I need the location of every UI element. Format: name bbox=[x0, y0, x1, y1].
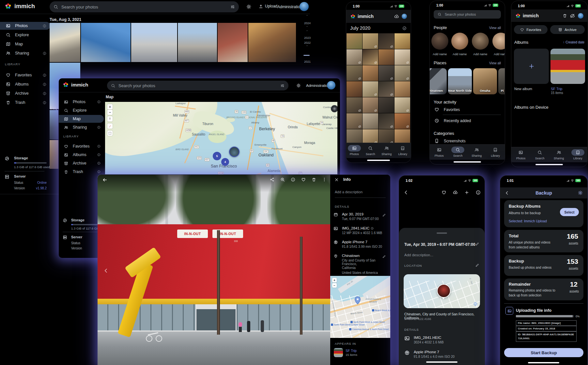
photo-tile[interactable] bbox=[363, 49, 378, 65]
edit-date-icon[interactable] bbox=[382, 213, 386, 217]
cloud-off-icon[interactable] bbox=[570, 13, 575, 18]
add-name-label[interactable]: Add name bbox=[492, 52, 505, 56]
person-avatar[interactable] bbox=[492, 33, 505, 50]
sidebar-item-map[interactable]: Map bbox=[0, 40, 50, 48]
sidebar-item-explore[interactable]: Explore bbox=[59, 106, 104, 114]
favorites-row[interactable]: Favorites bbox=[434, 107, 460, 112]
sort-created-date[interactable]: ↑Created date bbox=[563, 40, 584, 44]
favorite-icon[interactable] bbox=[441, 190, 446, 195]
app-logo[interactable]: immich bbox=[63, 82, 88, 88]
sidebar-item-archive[interactable]: Archive bbox=[59, 159, 104, 167]
new-album-card[interactable] bbox=[514, 49, 549, 84]
photo-tile[interactable] bbox=[347, 65, 362, 81]
sidebar-item-sharing[interactable]: Sharing bbox=[59, 123, 104, 131]
place-tile[interactable]: Pi bbox=[498, 68, 505, 94]
user-avatar[interactable] bbox=[300, 2, 309, 11]
person-avatar[interactable] bbox=[431, 33, 448, 50]
person-avatar[interactable] bbox=[451, 33, 468, 50]
sidebar-item-photos[interactable]: Photos bbox=[59, 98, 104, 106]
user-avatar[interactable] bbox=[578, 13, 583, 19]
location-map[interactable]: d - San bbox=[404, 274, 480, 308]
photo-tile[interactable] bbox=[395, 33, 410, 49]
screenshots-row[interactable]: Screenshots bbox=[434, 138, 466, 143]
map-draw-button[interactable] bbox=[107, 123, 113, 129]
theme-toggle-icon[interactable] bbox=[246, 4, 251, 9]
info-icon[interactable] bbox=[97, 126, 101, 129]
theme-toggle-icon[interactable] bbox=[296, 83, 301, 88]
sidebar-item-trash[interactable]: Trash bbox=[59, 168, 104, 176]
map-compass-button[interactable] bbox=[107, 116, 113, 121]
info-icon[interactable] bbox=[291, 177, 295, 182]
back-chevron-icon[interactable] bbox=[404, 190, 409, 195]
add-description-field[interactable]: Add a description bbox=[335, 190, 363, 194]
nav-search[interactable]: Search bbox=[449, 145, 468, 160]
info-icon[interactable] bbox=[97, 153, 101, 156]
photo-tile[interactable] bbox=[395, 49, 410, 65]
photo-tile[interactable] bbox=[347, 81, 362, 97]
info-icon[interactable] bbox=[97, 145, 101, 148]
photo-thumbnail[interactable] bbox=[131, 23, 177, 62]
nav-search[interactable]: Search bbox=[363, 143, 379, 158]
photo-tile[interactable] bbox=[395, 129, 410, 144]
info-icon[interactable] bbox=[43, 83, 46, 86]
photo-thumbnail[interactable] bbox=[50, 110, 58, 139]
search-bar[interactable] bbox=[50, 1, 239, 12]
photo-tile[interactable] bbox=[363, 65, 378, 81]
search-input[interactable] bbox=[118, 83, 278, 88]
administration-link[interactable]: Administration bbox=[277, 5, 302, 9]
photo-tile[interactable] bbox=[363, 81, 378, 97]
nav-photos[interactable]: Photos bbox=[346, 143, 363, 158]
edit-date-icon[interactable] bbox=[475, 242, 479, 246]
info-icon[interactable] bbox=[97, 162, 101, 165]
back-icon[interactable] bbox=[102, 177, 107, 182]
add-name-label[interactable]: Add name bbox=[472, 52, 489, 56]
info-icon[interactable] bbox=[371, 227, 374, 230]
photo-thumbnail[interactable] bbox=[218, 23, 248, 62]
photo-tile[interactable] bbox=[379, 97, 394, 113]
user-avatar[interactable] bbox=[327, 81, 335, 89]
map-cluster-marker[interactable]: 5 bbox=[213, 152, 221, 160]
people-view-all[interactable]: View all bbox=[489, 26, 501, 30]
person-avatar[interactable] bbox=[472, 33, 489, 50]
map-cluster-marker[interactable]: 4 bbox=[221, 158, 229, 166]
add-name-label[interactable]: Add name bbox=[431, 52, 448, 56]
favorites-button[interactable]: Favorites bbox=[514, 25, 548, 34]
map-zoom-in-button[interactable]: + bbox=[332, 278, 337, 282]
photo-tile[interactable] bbox=[347, 33, 362, 49]
home-indicator[interactable] bbox=[367, 160, 390, 161]
map-photo-marker[interactable] bbox=[229, 147, 240, 157]
place-tile[interactable]: Omaha bbox=[473, 68, 497, 94]
user-avatar[interactable] bbox=[402, 14, 407, 19]
map-settings-button[interactable] bbox=[331, 105, 337, 112]
filter-sliders-icon[interactable] bbox=[280, 84, 285, 88]
trash-icon[interactable] bbox=[563, 13, 567, 18]
photo-tile[interactable] bbox=[395, 97, 410, 113]
administration-link[interactable]: Administration bbox=[306, 84, 330, 87]
filter-sliders-icon[interactable] bbox=[230, 5, 235, 9]
map-fullscreen-button[interactable] bbox=[107, 131, 113, 136]
sheet-drag-handle[interactable] bbox=[437, 232, 447, 234]
info-icon[interactable] bbox=[97, 100, 101, 103]
favorite-icon[interactable] bbox=[301, 177, 306, 182]
cloud-sync-icon[interactable] bbox=[394, 14, 399, 19]
search-bar[interactable] bbox=[107, 81, 288, 90]
photo-tile[interactable] bbox=[363, 33, 378, 49]
album-card-sf-trip[interactable] bbox=[550, 49, 585, 84]
photo-tile[interactable] bbox=[347, 49, 362, 65]
nav-sharing[interactable]: Sharing bbox=[467, 145, 486, 160]
close-icon[interactable] bbox=[334, 178, 339, 182]
sidebar-item-explore[interactable]: Explore bbox=[0, 31, 50, 39]
info-icon[interactable] bbox=[476, 190, 481, 195]
photo-tile[interactable] bbox=[363, 129, 378, 144]
map-zoom-in-button[interactable]: + bbox=[107, 104, 113, 109]
info-icon[interactable] bbox=[43, 73, 46, 77]
photo-tile[interactable] bbox=[379, 65, 394, 81]
home-indicator[interactable] bbox=[426, 361, 457, 363]
delete-icon[interactable] bbox=[312, 177, 316, 182]
search-input[interactable] bbox=[444, 12, 497, 17]
photo-thumbnail[interactable] bbox=[81, 23, 131, 62]
select-all-icon[interactable] bbox=[402, 26, 407, 30]
add-icon[interactable] bbox=[464, 190, 469, 195]
places-view-all[interactable]: View all bbox=[489, 61, 501, 65]
photo-in-n-out[interactable]: IN-N-OUT IN-N-OUT 333 bbox=[98, 175, 330, 365]
